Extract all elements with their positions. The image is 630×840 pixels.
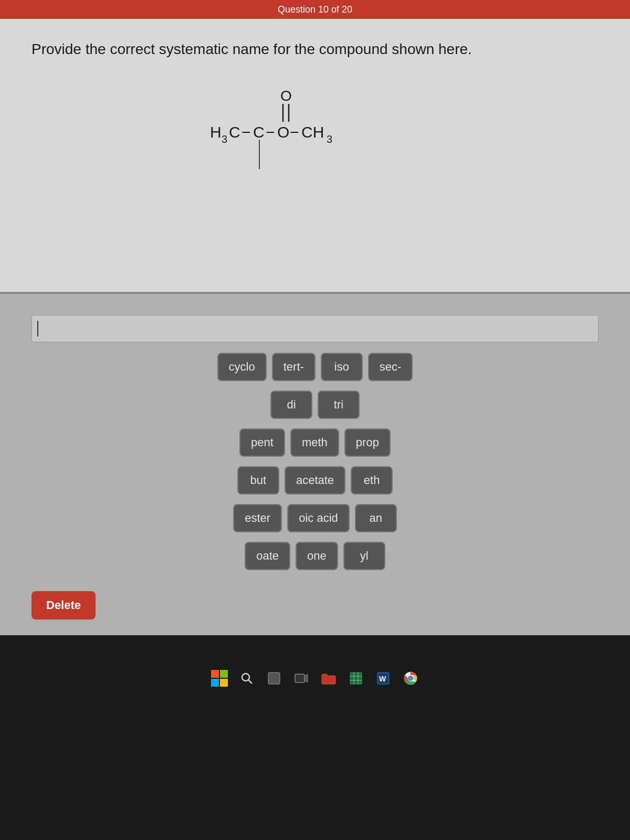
answer-area: cyclo tert- iso sec- di tri pent meth pr…	[0, 294, 630, 635]
chemical-structure: O H 3 C − C − O − CH 3	[184, 85, 446, 190]
ester-o-label: O	[277, 123, 289, 141]
bottom-filler	[0, 635, 630, 803]
taskbar: W	[0, 664, 630, 693]
tile-sec[interactable]: sec-	[368, 353, 413, 381]
svg-line-7	[248, 680, 252, 684]
tiles-row-2: di tri	[270, 391, 360, 419]
file-manager-icon[interactable]	[265, 669, 284, 688]
ch3-label: CH	[301, 123, 324, 141]
tile-tert[interactable]: tert-	[272, 353, 316, 381]
tile-oic-acid[interactable]: oic acid	[287, 504, 350, 532]
answer-input-area[interactable]	[32, 315, 598, 342]
tile-yl[interactable]: yl	[343, 542, 385, 570]
tile-acetate[interactable]: acetate	[285, 466, 345, 495]
tile-pent[interactable]: pent	[239, 428, 285, 457]
tile-cyclo[interactable]: cyclo	[217, 353, 267, 381]
spreadsheet-icon[interactable]	[346, 669, 365, 688]
tile-oate[interactable]: oate	[245, 542, 290, 570]
folder-icon[interactable]	[319, 669, 338, 688]
tile-di[interactable]: di	[270, 391, 312, 419]
tile-meth[interactable]: meth	[290, 428, 339, 457]
video-icon[interactable]	[292, 669, 311, 688]
tiles-row-6: oate one yl	[245, 542, 385, 570]
tile-ester[interactable]: ester	[233, 504, 282, 532]
c1-label: C	[229, 123, 240, 141]
top-bar: Question 10 of 20	[0, 0, 630, 19]
svg-marker-10	[304, 674, 308, 682]
tile-eth[interactable]: eth	[351, 466, 393, 495]
svg-rect-8	[268, 673, 280, 684]
chrome-icon[interactable]	[401, 669, 420, 688]
tiles-row-3: pent meth prop	[239, 428, 391, 457]
tile-an[interactable]: an	[355, 504, 397, 532]
svg-text:W: W	[379, 675, 386, 683]
h3c-label: H	[210, 123, 222, 141]
word-icon[interactable]: W	[374, 669, 393, 688]
text-cursor	[37, 321, 38, 337]
svg-rect-11	[350, 673, 362, 684]
svg-text:−: −	[242, 123, 251, 141]
carbonyl-c-label: C	[253, 123, 265, 141]
tile-but[interactable]: but	[237, 466, 279, 495]
delete-button[interactable]: Delete	[32, 591, 96, 620]
tile-one[interactable]: one	[296, 542, 338, 570]
svg-text:−: −	[290, 123, 299, 141]
tile-tri[interactable]: tri	[318, 391, 360, 419]
search-icon[interactable]	[237, 669, 256, 688]
svg-point-6	[242, 674, 249, 681]
svg-point-19	[408, 676, 413, 681]
tiles-row-5: ester oic acid an	[233, 504, 397, 532]
svg-rect-9	[295, 674, 304, 682]
tiles-row-4: but acetate eth	[237, 466, 393, 495]
tile-iso[interactable]: iso	[321, 353, 363, 381]
tiles-container: cyclo tert- iso sec- di tri pent meth pr…	[32, 353, 598, 570]
windows-icon[interactable]	[210, 669, 229, 688]
tiles-row-1: cyclo tert- iso sec-	[217, 353, 413, 381]
ch3-subscript: 3	[327, 133, 332, 145]
tile-prop[interactable]: prop	[344, 428, 391, 457]
oxygen-label: O	[280, 88, 292, 104]
progress-text: Question 10 of 20	[278, 4, 352, 15]
question-area: Provide the correct systematic name for …	[0, 19, 630, 292]
chemical-svg: O H 3 C − C − O − CH 3	[184, 85, 446, 190]
question-text: Provide the correct systematic name for …	[32, 40, 598, 59]
svg-text:−: −	[266, 123, 275, 141]
h3c-subscript: 3	[222, 133, 227, 145]
